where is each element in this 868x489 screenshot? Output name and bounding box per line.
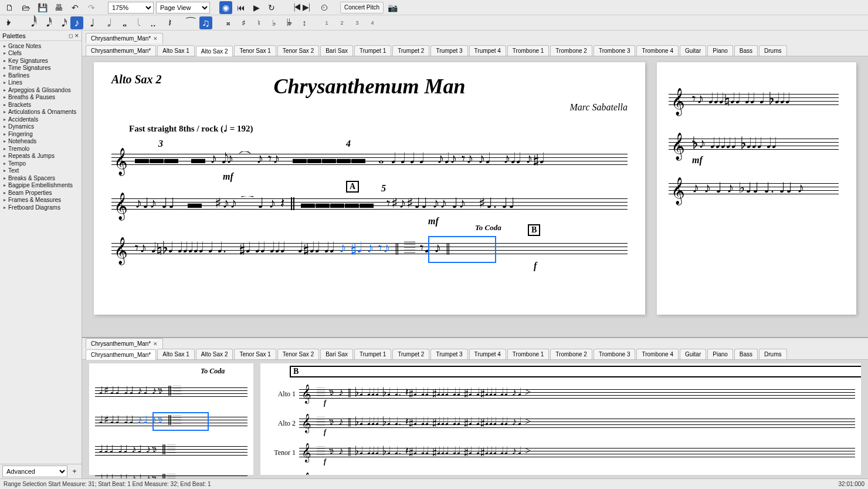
palettes-list[interactable]: ▸Grace Notes▸Clefs▸Key Signatures▸Time S… xyxy=(0,41,82,464)
part-tab[interactable]: Tenor Sax 1 xyxy=(234,349,276,359)
nav-view-right[interactable]: B Alto 1𝄞𝄚 𝄾♪ ♪ ‖ ♭♩ ♩♩♩ ♭♩ ♩. 𝄽 ♯♩ ♩♩ ♯… xyxy=(260,363,861,475)
close-tab-icon[interactable]: ✕ xyxy=(153,36,158,42)
part-tab[interactable]: Guitar xyxy=(680,45,706,56)
staff-peek-3[interactable]: 𝄞♪ ♪ ♩ ♪ ♭♩♩ ♩. ♩♩ ♪ xyxy=(669,173,845,208)
slur-icon[interactable]: ♫ xyxy=(199,16,212,29)
palette-item[interactable]: ▸Brackets xyxy=(0,101,82,109)
palette-item[interactable]: ▸Frames & Measures xyxy=(0,197,82,204)
part-tab[interactable]: Trombone 2 xyxy=(550,45,592,56)
voice-2[interactable]: 2 xyxy=(335,16,348,29)
zoom-select[interactable]: 175% xyxy=(108,2,154,14)
staff-line-2[interactable]: 𝄞 A 5 ♪♩♪ ♩♩ ▬ ♯♪♪ ⁀ ♩ ♪ 𝄽 ‖ ▬▬▬▬▬ 𝄾 ♯♪♯… xyxy=(111,188,628,223)
midi-input-icon[interactable]: ◉ xyxy=(219,1,232,14)
part-tab[interactable]: Trumpet 3 xyxy=(430,349,467,359)
voice-3[interactable]: 3 xyxy=(351,16,364,29)
part-tab[interactable]: Trombone 1 xyxy=(507,349,550,359)
palette-item[interactable]: ▸Fretboard Diagrams xyxy=(0,204,82,211)
palette-item[interactable]: ▸Dynamics xyxy=(0,123,82,131)
double-flat-icon[interactable]: 𝄫 xyxy=(283,16,296,29)
staff-peek-2[interactable]: 𝄞𝄾♭♪ ♩♩♩♩♩ ♭♩♩♩ ♩♩mf xyxy=(669,128,845,163)
part-tab[interactable]: Trumpet 4 xyxy=(469,349,506,359)
view-mode-select[interactable]: Page View xyxy=(156,2,210,14)
workspace-select[interactable]: Advanced xyxy=(2,466,67,477)
rest-icon[interactable]: 𝄽 xyxy=(162,16,175,29)
part-tab[interactable]: Trombone 2 xyxy=(550,349,592,359)
part-tab[interactable]: Chrysanthemum_Man* xyxy=(86,45,156,56)
document-tab-lower[interactable]: Chrysanthemum_Man* ✕ xyxy=(86,338,163,349)
print-icon[interactable]: 🖶 xyxy=(52,1,66,14)
flip-icon[interactable]: ↕ xyxy=(298,16,311,29)
palette-item[interactable]: ▸Text xyxy=(0,167,82,175)
palette-item[interactable]: ▸Articulations & Ornaments xyxy=(0,109,82,116)
palette-item[interactable]: ▸Barlines xyxy=(0,72,82,79)
open-file-icon[interactable]: 🗁 xyxy=(19,1,33,14)
part-tab[interactable]: Trumpet 2 xyxy=(392,349,429,359)
part-tab[interactable]: Trombone 4 xyxy=(636,349,679,359)
system-staff[interactable]: 𝄞𝄚 𝄾♪ ♪ ‖ ♭♩ ♩♩♩ ♭♩ ♩. 𝄽 ♯♩ ♩♩ ♯♩♩♩ ♩♩ ♯… xyxy=(299,381,855,407)
dot-icon[interactable]: 𝅥𝅭 xyxy=(131,16,144,29)
part-tab[interactable]: Bass xyxy=(734,349,758,359)
part-tab[interactable]: Bari Sax xyxy=(320,349,353,359)
part-tab[interactable]: Trombone 3 xyxy=(594,349,636,359)
palette-item[interactable]: ▸Tempo xyxy=(0,160,82,167)
undock-icon[interactable]: ◻ xyxy=(69,33,73,39)
palette-item[interactable]: ▸Bagpipe Embellishments xyxy=(0,182,82,190)
voice-1[interactable]: 1 xyxy=(320,16,333,29)
part-tab[interactable]: Trombone 3 xyxy=(594,45,636,56)
dur-64th-icon[interactable]: 𝅘𝅥𝅱 xyxy=(25,16,38,29)
part-tab[interactable]: Trumpet 3 xyxy=(430,45,467,56)
camera-icon[interactable]: 📷 xyxy=(386,1,399,14)
nav-view-left[interactable]: To Coda ♩♯♩♩ ♩♩ ♪♩ ♪𝄾♪ ‖𝄚 ♩♯♩♩ ♩♩ ♪♩ ♪𝄾♪… xyxy=(89,363,253,475)
dur-16th-icon[interactable]: 𝅘𝅥𝅯 xyxy=(55,16,68,29)
note-input-icon[interactable]: 𝄽▾ xyxy=(2,16,15,29)
document-tab[interactable]: Chrysanthemum_Man* ✕ xyxy=(86,33,163,43)
part-tab[interactable]: Bari Sax xyxy=(320,45,353,56)
dur-whole-icon[interactable]: 𝅝 xyxy=(116,16,129,29)
close-tab-icon[interactable]: ✕ xyxy=(153,341,158,347)
dur-8th-icon[interactable]: ♪ xyxy=(70,16,83,29)
palette-item[interactable]: ▸Tremolo xyxy=(0,145,82,153)
dur-32nd-icon[interactable]: 𝅘𝅥𝅰 xyxy=(40,16,53,29)
palette-item[interactable]: ▸Breaths & Pauses xyxy=(0,94,82,102)
part-tab[interactable]: Piano xyxy=(707,45,733,56)
dot2-icon[interactable]: .. xyxy=(147,16,160,29)
part-tab[interactable]: Trumpet 1 xyxy=(354,45,391,56)
palette-item[interactable]: ▸Beam Properties xyxy=(0,189,82,197)
part-tab[interactable]: Tenor Sax 2 xyxy=(277,45,319,56)
staff-line-3[interactable]: 𝄞 To Coda B 𝄾 ♪ ♩♮♭♩ ♩♩♩♩♩ ♩ ♩. ♯♩ ♩♩ ♩♩… xyxy=(111,232,628,268)
part-tab[interactable]: Alto Sax 2 xyxy=(196,46,233,56)
voice-4[interactable]: 4 xyxy=(366,16,379,29)
part-tab[interactable]: Guitar xyxy=(680,349,706,359)
palette-item[interactable]: ▸Fingering xyxy=(0,130,82,138)
part-tab[interactable]: Trumpet 1 xyxy=(354,349,391,359)
palette-item[interactable]: ▸Lines xyxy=(0,79,82,87)
score-pane-lower[interactable]: To Coda ♩♯♩♩ ♩♩ ♪♩ ♪𝄾♪ ‖𝄚 ♩♯♩♩ ♩♩ ♪♩ ♪𝄾♪… xyxy=(82,360,868,478)
close-icon[interactable]: ✕ xyxy=(74,33,79,39)
system-staff[interactable]: 𝄞𝄚 𝄾♪ ♪ ‖ ♭♩ ♩♩♩ ♭♩ ♩. 𝄽 ♯♩ ♩♩ ♯♩♩♩ ♩♩ ♯… xyxy=(299,410,855,436)
part-tab[interactable]: Trumpet 4 xyxy=(469,45,506,56)
part-tab[interactable]: Trombone 1 xyxy=(507,45,550,56)
score-pane-upper[interactable]: Alto Sax 2 Chrysanthemum Man Marc Sabate… xyxy=(82,56,868,337)
double-sharp-icon[interactable]: 𝄪 xyxy=(222,16,235,29)
play-icon[interactable]: ▶ xyxy=(250,1,263,14)
part-tab[interactable]: Trumpet 2 xyxy=(392,45,429,56)
part-tab[interactable]: Alto Sax 1 xyxy=(157,45,195,56)
rewind-icon[interactable]: ⏮ xyxy=(235,1,247,14)
palette-item[interactable]: ▸Clefs xyxy=(0,50,82,58)
part-tab[interactable]: Alto Sax 1 xyxy=(157,349,195,359)
loop-end-icon[interactable]: ▶⎸ xyxy=(303,1,316,14)
redo-icon[interactable]: ↷ xyxy=(84,1,99,14)
undo-icon[interactable]: ↶ xyxy=(68,1,82,14)
part-tab[interactable]: Drums xyxy=(759,45,786,56)
palette-item[interactable]: ▸Accidentals xyxy=(0,116,82,123)
dur-half-icon[interactable]: 𝅗𝅥 xyxy=(101,16,114,29)
flat-icon[interactable]: ♭ xyxy=(267,16,280,29)
dur-quarter-icon[interactable]: ♩ xyxy=(86,16,99,29)
palette-item[interactable]: ▸Key Signatures xyxy=(0,57,82,65)
metronome-icon[interactable]: ⏲ xyxy=(318,1,331,14)
natural-icon[interactable]: ♮ xyxy=(252,16,265,29)
system-staff[interactable]: 𝄞𝄚 𝄾♪ ♪ ‖ ♭♩ ♩♩♩ ♭♩ ♩. 𝄽 ♯♩ ♩♩ ♯♩♩♩ ♩♩ ♯… xyxy=(299,440,855,466)
part-tab[interactable]: Trombone 4 xyxy=(636,45,679,56)
palette-item[interactable]: ▸Arpeggios & Glissandos xyxy=(0,86,82,94)
loop-icon[interactable]: ↻ xyxy=(265,1,278,14)
